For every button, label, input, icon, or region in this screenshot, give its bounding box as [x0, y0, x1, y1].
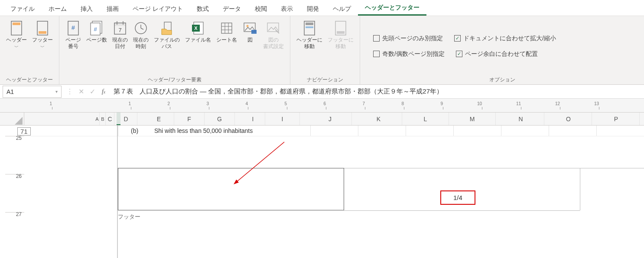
go-to-footer-button: フッターに 移動 — [326, 18, 355, 52]
ruler-tick: 3 — [206, 101, 209, 106]
column-header[interactable]: J — [309, 113, 352, 125]
menu-bar: ファイル ホーム 挿入 描画 ページ レイアウト 数式 データ 校閲 表示 開発… — [0, 0, 644, 16]
group-options: 先頭ページのみ別指定 ✓ドキュメントに合わせて拡大/縮小 奇数/偶数ページ別指定… — [360, 16, 644, 84]
column-header[interactable]: M — [449, 113, 496, 125]
picture-button[interactable]: 図 — [241, 18, 260, 45]
svg-text:7: 7 — [118, 27, 121, 33]
column-headers-row: ABCDEFGIIJKLMNOP — [0, 113, 644, 126]
go-to-header-button[interactable]: ヘッダーに 移動 — [295, 18, 324, 52]
file-name-button[interactable]: X ファイル名 — [183, 18, 213, 45]
ruler-tick: 10 — [477, 101, 482, 106]
current-time-button[interactable]: 現在の 時刻 — [131, 18, 150, 52]
select-all-corner[interactable] — [0, 113, 24, 125]
page-count-icon: # — [89, 19, 104, 37]
worksheet-area[interactable]: 71 25 26 27 (b) Shi with less than 50,00… — [0, 126, 644, 258]
footer-button[interactable]: フッター ﹀ — [30, 18, 55, 52]
tab-help[interactable]: ヘルプ — [326, 3, 358, 16]
tab-insert[interactable]: 挿入 — [74, 3, 100, 16]
page-count-button[interactable]: # ページ数 — [85, 18, 109, 45]
svg-rect-34 — [337, 31, 345, 34]
arrow-annotation — [228, 139, 293, 186]
ruler-tick: 13 — [594, 101, 599, 106]
opt-odd-even[interactable]: 奇数/偶数ページ別指定 — [373, 50, 445, 58]
page-number-button[interactable]: # ページ 番号 — [64, 18, 83, 52]
svg-line-35 — [237, 142, 284, 182]
ruler-tick: 12 — [555, 101, 560, 106]
picture-icon — [242, 19, 258, 37]
ruler-tick: 8 — [401, 101, 404, 106]
group-navigation: ヘッダーに 移動 フッターに 移動 ナビゲーション — [290, 16, 360, 84]
cell-label-b: (b) — [131, 127, 138, 134]
ruler-tick: 2 — [167, 101, 170, 106]
name-box[interactable]: A1 ▾ — [3, 86, 62, 98]
svg-text:#: # — [72, 24, 75, 31]
svg-text:X: X — [194, 26, 198, 31]
sheet-name-button[interactable]: シート名 — [215, 18, 239, 45]
tab-developer[interactable]: 開発 — [300, 3, 326, 16]
tab-view[interactable]: 表示 — [274, 3, 300, 16]
tab-pagelayout[interactable]: ページ レイアウト — [126, 3, 190, 16]
svg-rect-29 — [267, 23, 279, 32]
footer-icon — [35, 19, 50, 37]
enter-formula-icon[interactable]: ✓ — [87, 87, 98, 96]
cancel-formula-icon[interactable]: ✕ — [75, 87, 87, 96]
tab-review[interactable]: 校閲 — [248, 3, 274, 16]
svg-text:#: # — [94, 26, 97, 32]
column-header[interactable]: L — [402, 113, 449, 125]
footer-section-label: フッター — [118, 213, 140, 221]
checkbox-icon — [373, 51, 380, 57]
excel-file-icon: X — [190, 19, 206, 37]
svg-rect-21 — [221, 23, 232, 33]
svg-rect-1 — [13, 23, 20, 25]
column-header[interactable]: N — [498, 113, 544, 125]
svg-rect-3 — [39, 31, 46, 34]
tab-file[interactable]: ファイル — [3, 3, 42, 16]
column-header[interactable]: I — [265, 113, 300, 125]
svg-rect-10 — [114, 23, 126, 26]
horizontal-ruler: 112345678910111213 — [0, 99, 644, 113]
column-header[interactable]: G — [205, 113, 235, 125]
tab-formulas[interactable]: 数式 — [190, 3, 216, 16]
tab-draw[interactable]: 描画 — [100, 3, 126, 16]
opt-align-margin[interactable]: ✓ページ余白に合わせて配置 — [456, 50, 538, 58]
sheet-icon — [219, 19, 234, 37]
go-footer-icon — [333, 19, 348, 37]
opt-scale-doc[interactable]: ✓ドキュメントに合わせて拡大/縮小 — [454, 35, 556, 42]
ruler-tick: 1 — [128, 101, 131, 106]
opt-first-page[interactable]: 先頭ページのみ別指定 — [373, 35, 443, 42]
header-button[interactable]: ヘッダー ﹀ — [4, 18, 29, 52]
column-header[interactable]: C — [106, 113, 114, 125]
column-header[interactable]: E — [144, 113, 174, 125]
column-header[interactable]: F — [174, 113, 205, 125]
column-header[interactable]: K — [355, 113, 402, 125]
ruler-tick: 7 — [362, 101, 365, 106]
tab-home[interactable]: ホーム — [42, 3, 74, 16]
column-header[interactable]: A — [94, 113, 100, 125]
clock-icon — [133, 19, 149, 37]
formula-bar[interactable]: 第７表 人口及び人口の割合 ― 全国，全国市部・郡部，都道府県，都道府県市部・郡… — [109, 87, 644, 96]
ruler-tick: 5 — [284, 101, 287, 106]
page-indicator-annotation: 1/4 — [440, 190, 475, 205]
cell-text: Shi with less than 50,000 inhabitants — [154, 127, 253, 134]
header-icon — [9, 19, 24, 37]
formula-bar-row: A1 ▾ ⋮ ✕ ✓ fx 第７表 人口及び人口の割合 ― 全国，全国市部・郡部… — [0, 85, 644, 99]
column-header[interactable]: I — [241, 113, 265, 125]
column-header[interactable]: P — [593, 113, 640, 125]
ruler-tick: 4 — [245, 101, 248, 106]
column-header[interactable]: O — [545, 113, 592, 125]
file-path-button[interactable]: ファイルの パス — [152, 18, 182, 52]
ruler-tick-25: 25 — [0, 135, 24, 141]
checkbox-icon — [373, 35, 380, 42]
tab-header-footer[interactable]: ヘッダーとフッター — [358, 1, 426, 16]
checkbox-checked-icon: ✓ — [456, 51, 462, 57]
chevron-down-icon: ﹀ — [14, 44, 19, 50]
chevron-down-icon: ▾ — [55, 89, 58, 94]
tab-data[interactable]: データ — [216, 3, 248, 16]
format-picture-icon — [266, 19, 281, 37]
column-header[interactable]: B — [100, 113, 106, 125]
fx-icon[interactable]: fx — [98, 88, 109, 95]
group-elements: # ページ 番号 # ページ数 7 現在の 日付 現在の 時刻 ファイルの パス… — [59, 16, 290, 84]
current-date-button[interactable]: 7 現在の 日付 — [111, 18, 130, 52]
column-header[interactable]: D — [115, 113, 137, 125]
svg-rect-28 — [251, 30, 257, 34]
